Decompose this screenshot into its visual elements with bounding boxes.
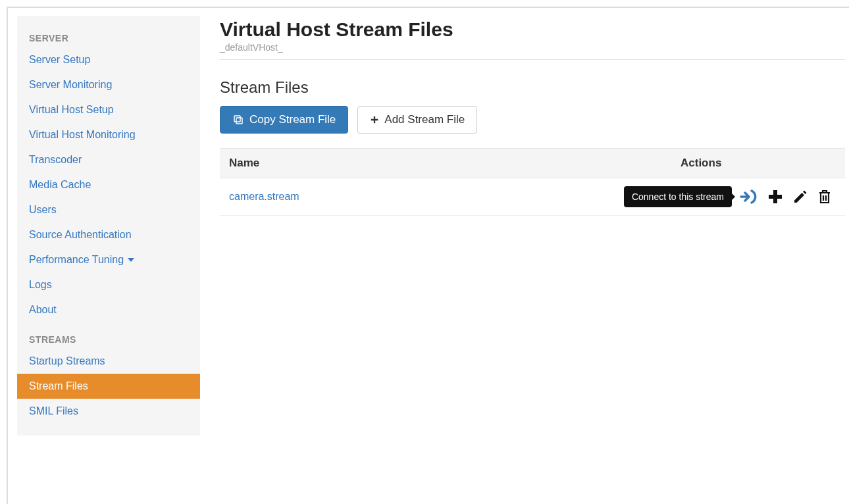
add-stream-file-button[interactable]: Add Stream File (357, 106, 477, 134)
divider (220, 59, 845, 60)
add-icon[interactable] (767, 189, 783, 205)
edit-icon[interactable] (792, 189, 808, 205)
column-header-actions: Actions (681, 149, 845, 178)
sidebar-item-label: SMIL Files (29, 405, 78, 417)
section-title: Stream Files (220, 78, 845, 97)
sidebar-item-performance-tuning[interactable]: Performance Tuning (17, 247, 200, 272)
sidebar-item-users[interactable]: Users (17, 197, 200, 222)
svg-rect-1 (234, 116, 240, 122)
sidebar-item-label: Server Monitoring (29, 79, 112, 91)
cell-name: camera.stream (220, 183, 555, 211)
plus-icon (370, 115, 379, 124)
svg-rect-0 (236, 118, 242, 124)
sidebar-item-label: Stream Files (29, 380, 88, 392)
sidebar-item-startup-streams[interactable]: Startup Streams (17, 349, 200, 374)
sidebar-item-label: Performance Tuning (29, 254, 124, 266)
sidebar-item-source-authentication[interactable]: Source Authentication (17, 222, 200, 247)
column-header-name: Name (220, 149, 681, 178)
sidebar-item-stream-files[interactable]: Stream Files (17, 374, 200, 399)
connect-tooltip: Connect to this stream (624, 186, 732, 207)
sidebar-item-label: Virtual Host Setup (29, 104, 114, 116)
caret-down-icon (128, 257, 134, 263)
sidebar-item-label: Media Cache (29, 179, 91, 191)
table-row: camera.stream Connect to this stream (220, 178, 845, 216)
main-content: Virtual Host Stream Files _defaultVHost_… (220, 16, 845, 216)
stream-name-link[interactable]: camera.stream (229, 191, 299, 202)
sidebar-item-label: Users (29, 204, 57, 216)
app-frame: SERVER Server Setup Server Monitoring Vi… (7, 7, 849, 504)
sidebar-item-label: About (29, 304, 57, 316)
action-icons (740, 189, 832, 205)
sidebar-item-label: Source Authentication (29, 229, 132, 241)
sidebar-item-smil-files[interactable]: SMIL Files (17, 399, 200, 424)
sidebar-header-streams: STREAMS (17, 322, 200, 349)
sidebar-item-virtual-host-monitoring[interactable]: Virtual Host Monitoring (17, 122, 200, 147)
stream-files-table: Name Actions camera.stream Connect to th… (220, 148, 845, 216)
sidebar-item-virtual-host-setup[interactable]: Virtual Host Setup (17, 97, 200, 122)
sidebar-item-server-setup[interactable]: Server Setup (17, 47, 200, 72)
sidebar-item-label: Virtual Host Monitoring (29, 129, 136, 141)
sidebar-item-label: Startup Streams (29, 355, 105, 367)
connect-stream-icon[interactable] (740, 189, 758, 205)
page-subtitle: _defaultVHost_ (220, 42, 845, 53)
sidebar-item-media-cache[interactable]: Media Cache (17, 172, 200, 197)
sidebar-item-transcoder[interactable]: Transcoder (17, 147, 200, 172)
copy-stream-file-button[interactable]: Copy Stream File (220, 106, 348, 134)
sidebar-item-server-monitoring[interactable]: Server Monitoring (17, 72, 200, 97)
table-header: Name Actions (220, 149, 845, 178)
sidebar-item-logs[interactable]: Logs (17, 272, 200, 297)
cell-actions: Connect to this stream (555, 178, 845, 215)
layout: SERVER Server Setup Server Monitoring Vi… (17, 16, 845, 436)
sidebar-item-label: Server Setup (29, 54, 90, 66)
sidebar-header-server: SERVER (17, 21, 200, 47)
button-label: Add Stream File (384, 113, 465, 126)
sidebar-item-label: Logs (29, 279, 52, 291)
sidebar-item-label: Transcoder (29, 154, 82, 166)
button-label: Copy Stream File (249, 113, 336, 126)
delete-icon[interactable] (817, 189, 832, 205)
sidebar: SERVER Server Setup Server Monitoring Vi… (17, 16, 200, 436)
copy-icon (232, 114, 244, 126)
page-title: Virtual Host Stream Files (220, 18, 845, 41)
table-body: camera.stream Connect to this stream (220, 178, 845, 216)
button-row: Copy Stream File Add Stream File (220, 106, 845, 134)
sidebar-item-about[interactable]: About (17, 297, 200, 322)
